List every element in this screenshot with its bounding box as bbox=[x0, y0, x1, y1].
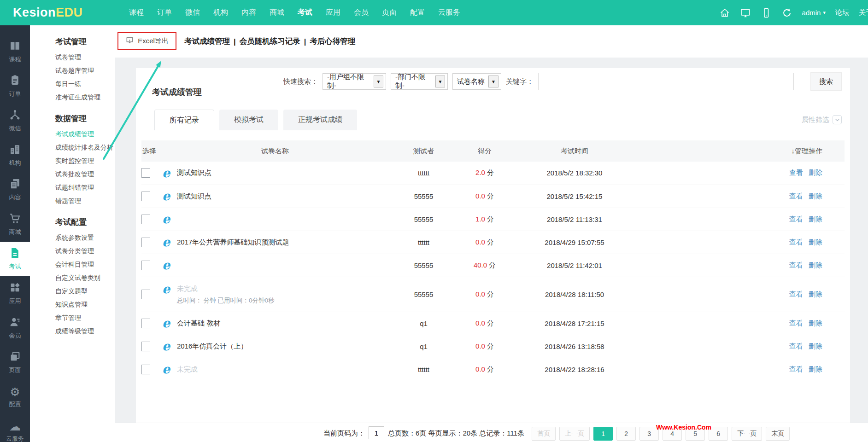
prev-page-button[interactable]: 上一页 bbox=[559, 427, 590, 441]
menu-item-error-correction[interactable]: 试题纠错管理 bbox=[30, 181, 115, 194]
view-link[interactable]: 查看 bbox=[789, 319, 803, 327]
top-nav-apps[interactable]: 应用 bbox=[326, 8, 340, 17]
top-nav-exam[interactable]: 考试 bbox=[298, 8, 312, 17]
page-number-input[interactable] bbox=[369, 426, 384, 439]
excel-export-button[interactable]: Excel导出 bbox=[125, 36, 169, 46]
top-nav-courses[interactable]: 课程 bbox=[129, 8, 144, 17]
breadcrumb-exam-thoughts[interactable]: 考后心得管理 bbox=[310, 36, 355, 47]
paper-name[interactable]: 会计基础 教材 bbox=[177, 319, 220, 328]
paper-name-select[interactable]: 试卷名称 ▼ bbox=[452, 73, 501, 90]
menu-item-accounting-subjects[interactable]: 会计科目管理 bbox=[30, 258, 115, 271]
row-checkbox[interactable] bbox=[141, 342, 150, 351]
menu-item-wrong-questions[interactable]: 错题管理 bbox=[30, 194, 115, 208]
sidebar-item-apps[interactable]: 应用 bbox=[0, 276, 30, 311]
keyword-input[interactable] bbox=[538, 73, 794, 90]
menu-item-paper-grading[interactable]: 试卷批改管理 bbox=[30, 168, 115, 181]
menu-item-papers[interactable]: 试卷管理 bbox=[30, 51, 115, 64]
view-link[interactable]: 查看 bbox=[789, 365, 803, 373]
row-checkbox[interactable] bbox=[141, 238, 150, 247]
delete-link[interactable]: 删除 bbox=[809, 319, 822, 327]
top-nav-wechat[interactable]: 微信 bbox=[185, 8, 200, 17]
menu-item-paper-category[interactable]: 试卷分类管理 bbox=[30, 244, 115, 258]
delete-link[interactable]: 删除 bbox=[809, 169, 822, 176]
delete-link[interactable]: 删除 bbox=[809, 215, 822, 223]
top-nav-members[interactable]: 会员 bbox=[354, 8, 369, 17]
home-icon[interactable] bbox=[719, 7, 730, 18]
menu-item-question-bank[interactable]: 试卷题库管理 bbox=[30, 64, 115, 77]
refresh-icon[interactable] bbox=[781, 7, 792, 18]
delete-link[interactable]: 删除 bbox=[809, 261, 822, 269]
breadcrumb-exam-scores[interactable]: 考试成绩管理 bbox=[184, 36, 230, 47]
department-select[interactable]: -部门不限制- ▼ bbox=[391, 73, 448, 90]
row-checkbox[interactable] bbox=[141, 365, 150, 374]
paper-name[interactable]: 2016年仿真会计（上） bbox=[177, 342, 247, 351]
desktop-icon[interactable] bbox=[740, 7, 751, 18]
last-page-button[interactable]: 末页 bbox=[766, 427, 790, 441]
paper-name[interactable]: 测试知识点 bbox=[177, 192, 211, 201]
top-nav-content[interactable]: 内容 bbox=[241, 8, 256, 17]
view-link[interactable]: 查看 bbox=[789, 169, 803, 176]
delete-link[interactable]: 删除 bbox=[809, 342, 822, 350]
next-page-button[interactable]: 下一页 bbox=[732, 427, 762, 441]
col-header-manage[interactable]: ↓管理操作 bbox=[639, 140, 845, 162]
sidebar-item-pages[interactable]: 页面 bbox=[0, 345, 30, 380]
sidebar-item-exam[interactable]: 考试 bbox=[0, 242, 30, 276]
top-nav-mall[interactable]: 商城 bbox=[270, 8, 284, 17]
top-nav-org[interactable]: 机构 bbox=[213, 8, 228, 17]
menu-item-custom-paper-type[interactable]: 自定义试卷类别 bbox=[30, 271, 115, 285]
paper-name[interactable]: 未完成 bbox=[177, 285, 198, 293]
top-nav-orders[interactable]: 订单 bbox=[157, 8, 172, 17]
breadcrumb-random-practice[interactable]: 会员随机练习记录 bbox=[240, 36, 300, 47]
paper-name[interactable]: 未完成 bbox=[177, 365, 198, 374]
row-checkbox[interactable] bbox=[141, 215, 150, 224]
usergroup-select[interactable]: -用户组不限制- ▼ bbox=[323, 73, 386, 90]
menu-item-exam-scores[interactable]: 考试成绩管理 bbox=[30, 128, 115, 141]
menu-item-knowledge-points[interactable]: 知识点管理 bbox=[30, 298, 115, 311]
delete-link[interactable]: 删除 bbox=[809, 290, 822, 298]
view-link[interactable]: 查看 bbox=[789, 342, 803, 350]
paper-name[interactable]: 测试知识点 bbox=[177, 169, 211, 177]
sidebar-item-config[interactable]: ⚙ 配置 bbox=[0, 380, 30, 414]
sidebar-item-orders[interactable]: 订单 bbox=[0, 69, 30, 104]
tab-mock-exams[interactable]: 模拟考试 bbox=[219, 110, 278, 130]
attribute-filter[interactable]: 属性筛选 bbox=[802, 115, 842, 124]
delete-link[interactable]: 删除 bbox=[809, 365, 822, 373]
view-link[interactable]: 查看 bbox=[789, 290, 803, 298]
page-button-2[interactable]: 2 bbox=[616, 427, 636, 441]
menu-item-chapters[interactable]: 章节管理 bbox=[30, 311, 115, 325]
row-checkbox[interactable] bbox=[141, 261, 150, 270]
sidebar-item-members[interactable]: 会员 bbox=[0, 311, 30, 345]
view-link[interactable]: 查看 bbox=[789, 215, 803, 223]
row-checkbox[interactable] bbox=[141, 290, 150, 299]
row-checkbox[interactable] bbox=[141, 319, 150, 328]
admin-menu[interactable]: admin ▾ bbox=[802, 9, 826, 17]
forum-link[interactable]: 论坛 bbox=[835, 8, 849, 17]
top-nav-pages[interactable]: 页面 bbox=[382, 8, 397, 17]
sidebar-item-org[interactable]: 机构 bbox=[0, 138, 30, 173]
first-page-button[interactable]: 首页 bbox=[532, 427, 556, 441]
page-button-1[interactable]: 1 bbox=[593, 427, 613, 441]
row-checkbox[interactable] bbox=[141, 192, 150, 201]
tab-formal-exam-scores[interactable]: 正规考试成绩 bbox=[283, 110, 357, 130]
tab-all-records[interactable]: 所有记录 bbox=[154, 110, 214, 130]
menu-item-custom-question-type[interactable]: 自定义题型 bbox=[30, 285, 115, 298]
view-link[interactable]: 查看 bbox=[789, 238, 803, 246]
top-nav-cloud[interactable]: 云服务 bbox=[438, 8, 460, 17]
row-checkbox[interactable] bbox=[141, 168, 150, 178]
view-link[interactable]: 查看 bbox=[789, 192, 803, 200]
menu-item-daily-practice[interactable]: 每日一练 bbox=[30, 77, 115, 91]
sidebar-item-wechat[interactable]: 微信 bbox=[0, 104, 30, 138]
menu-item-system-params[interactable]: 系统参数设置 bbox=[30, 231, 115, 244]
menu-item-grade-levels[interactable]: 成绩等级管理 bbox=[30, 325, 115, 338]
sidebar-item-cloud[interactable]: ☁ 云服务 bbox=[0, 414, 30, 442]
menu-item-admission-ticket[interactable]: 准考证生成管理 bbox=[30, 91, 115, 104]
page-button-6[interactable]: 6 bbox=[709, 427, 728, 441]
menu-item-realtime-monitor[interactable]: 实时监控管理 bbox=[30, 154, 115, 168]
delete-link[interactable]: 删除 bbox=[809, 238, 822, 246]
view-link[interactable]: 查看 bbox=[789, 261, 803, 269]
top-nav-config[interactable]: 配置 bbox=[410, 8, 425, 17]
delete-link[interactable]: 删除 bbox=[809, 192, 822, 200]
mobile-icon[interactable] bbox=[761, 7, 772, 18]
sidebar-item-mall[interactable]: 商城 bbox=[0, 207, 30, 242]
about-link[interactable]: 关于 bbox=[859, 8, 868, 17]
